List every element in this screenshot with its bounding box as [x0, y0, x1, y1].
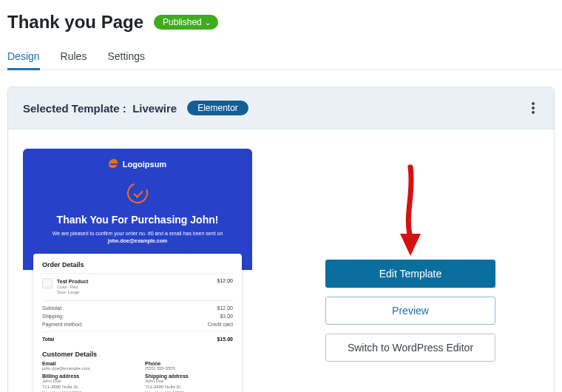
preview-brand: Logoipsum — [33, 159, 242, 169]
tab-design[interactable]: Design — [7, 46, 40, 70]
tabs: Design Rules Settings — [0, 38, 562, 70]
preview-button[interactable]: Preview — [325, 297, 495, 325]
order-details-title: Order Details — [42, 261, 233, 274]
edit-template-button[interactable]: Edit Template — [325, 260, 495, 288]
check-icon — [123, 179, 151, 206]
arrow-annotation-icon — [396, 163, 425, 260]
tab-rules[interactable]: Rules — [61, 46, 87, 70]
preview-hero-title: Thank You For Purchasing John! — [33, 214, 242, 226]
customer-details-title: Customer Details — [42, 351, 233, 358]
chevron-down-icon: ⌄ — [205, 18, 211, 27]
product-thumb-icon — [42, 278, 53, 288]
tab-settings[interactable]: Settings — [107, 46, 145, 70]
builder-badge: Elementor — [187, 101, 248, 115]
status-badge[interactable]: Published ⌄ — [154, 15, 218, 30]
subtotal-row: Subtotal:$12.00 — [42, 304, 233, 312]
order-product-row: Test Product Color: Red Size: Large $12.… — [42, 278, 233, 302]
payment-row: Payment method:Credit card — [42, 320, 233, 328]
kebab-menu-icon[interactable] — [527, 99, 539, 117]
shipping-row: Shipping:$3.00 — [42, 312, 233, 320]
selected-template-label: Selected Template : Livewire — [23, 102, 177, 115]
switch-editor-button[interactable]: Switch to WordPress Editor — [325, 334, 495, 362]
logo-icon — [109, 159, 119, 169]
template-preview: Logoipsum Thank You For Purchasing John!… — [23, 149, 252, 392]
page-title: Thank you Page — [7, 12, 143, 33]
preview-hero-subtitle: We are pleased to confirm your order no.… — [33, 230, 242, 245]
status-text: Published — [163, 17, 202, 27]
total-row: Total$15.00 — [42, 335, 233, 343]
template-panel: Selected Template : Livewire Elementor L… — [7, 87, 555, 392]
